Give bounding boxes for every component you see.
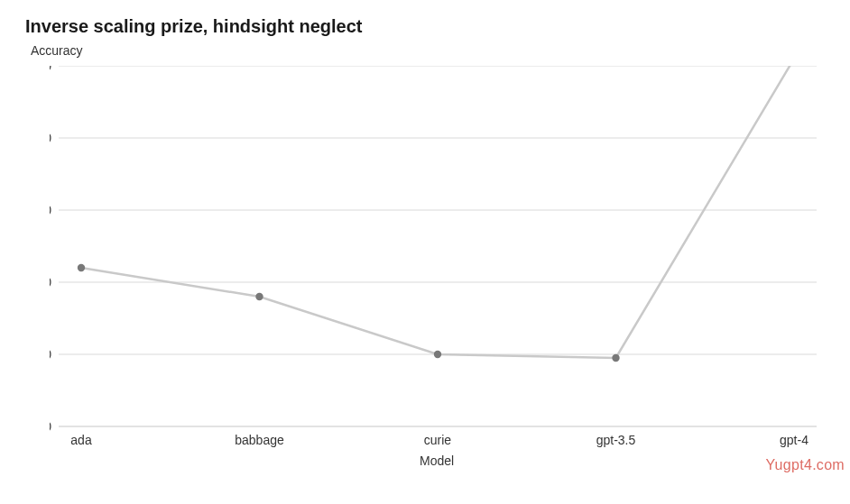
x-tick-label: gpt-3.5 (596, 433, 636, 447)
x-tick-label: gpt-4 (780, 433, 808, 447)
data-point (78, 264, 85, 271)
chart-plot-area: 020406080100adababbagecuriegpt-3.5gpt-4 (50, 66, 826, 454)
x-tick-label: babbage (235, 433, 284, 447)
y-tick-label: 40 (50, 275, 51, 289)
line-series (81, 66, 794, 358)
chart-svg: 020406080100adababbagecuriegpt-3.5gpt-4 (50, 66, 826, 454)
y-tick-label: 60 (50, 203, 51, 217)
y-tick-label: 20 (50, 347, 51, 362)
data-point (612, 354, 619, 362)
data-point (434, 351, 441, 358)
x-tick-label: curie (424, 433, 452, 447)
y-tick-label: 100 (50, 66, 51, 73)
data-point (255, 293, 263, 300)
y-tick-label: 0 (50, 419, 51, 434)
y-axis-label: Accuracy (31, 43, 83, 58)
chart-title: Inverse scaling prize, hindsight neglect (25, 16, 362, 37)
watermark-text: Yugpt4.com (766, 457, 845, 473)
x-tick-label: ada (70, 433, 92, 447)
y-tick-label: 80 (50, 131, 51, 145)
x-axis-label: Model (420, 454, 454, 468)
